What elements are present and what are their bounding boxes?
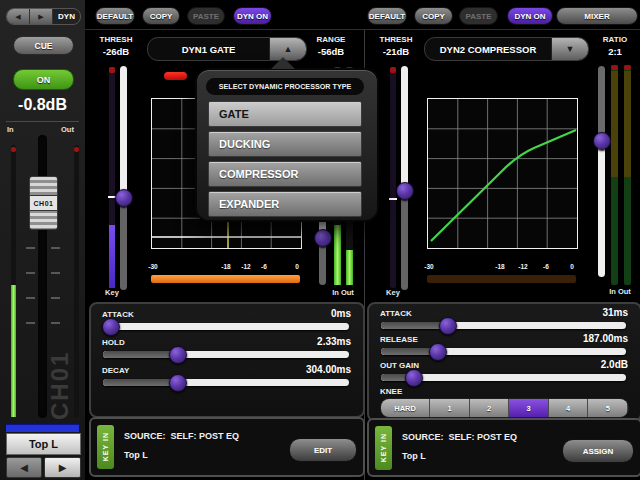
keyin-edit-button[interactable]: EDIT xyxy=(289,438,357,462)
decay-knob[interactable] xyxy=(169,374,187,392)
mixer-button[interactable]: MIXER xyxy=(556,7,638,25)
dyn2-on-button[interactable]: DYN ON xyxy=(507,7,553,25)
release-value: 187.00ms xyxy=(583,333,628,344)
dyn1-tick: -18 xyxy=(215,263,237,270)
hold-slider[interactable] xyxy=(103,351,349,358)
attack-slider[interactable] xyxy=(103,323,349,330)
dyn2-type-selector[interactable]: DYN2 COMPRESSOR ▼ xyxy=(424,37,589,61)
dyn2-type-label: DYN2 COMPRESSOR xyxy=(425,38,551,60)
dyn2-selector-down-icon[interactable]: ▼ xyxy=(551,38,588,60)
attack-knob[interactable] xyxy=(439,317,457,335)
gate-status-led xyxy=(164,72,187,80)
dyn2-ratio-value: 2:1 xyxy=(592,46,638,57)
attack-value: 0ms xyxy=(331,308,351,319)
keyin-assign-button[interactable]: ASSIGN xyxy=(562,439,634,463)
clip-led xyxy=(624,65,631,70)
popup-caret xyxy=(271,57,295,69)
dyn1-threshold-slider[interactable] xyxy=(120,66,127,290)
channel-fader-handle[interactable]: CH01 xyxy=(29,176,58,230)
fader-tick xyxy=(26,322,35,324)
dyn1-key-meter xyxy=(109,67,115,288)
prev-channel-icon[interactable]: ◀ xyxy=(7,9,30,24)
dyn1-keyin-channel: Top L xyxy=(124,450,148,460)
dyn2-tick: -30 xyxy=(418,263,440,270)
dyn2-key-label: Key xyxy=(379,288,407,297)
popup-option-expander[interactable]: EXPANDER xyxy=(208,191,362,217)
dyn2-in-meter xyxy=(611,65,618,285)
next-channel-button[interactable]: ▶ xyxy=(44,457,81,478)
dyn2-keyin-source: SOURCE: SELF: POST EQ xyxy=(402,432,517,442)
dyn2-out-meter xyxy=(624,65,631,285)
dyn2-tick: -6 xyxy=(535,263,557,270)
release-knob[interactable] xyxy=(429,343,447,361)
outgain-knob[interactable] xyxy=(405,369,423,387)
compressor-curve xyxy=(431,130,576,241)
dyn2-gr-meter xyxy=(427,275,576,283)
dyn1-params-panel: ATTACK 0ms HOLD 2.33ms DECAY 304.00ms xyxy=(89,302,365,418)
dyn2-ratio-label: RATIO xyxy=(592,35,638,44)
dyn2-default-button[interactable]: DEFAULT xyxy=(367,7,407,25)
outgain-value: 2.0dB xyxy=(601,359,628,370)
dyn2-copy-button[interactable]: COPY xyxy=(414,7,453,25)
decay-slider[interactable] xyxy=(103,379,349,386)
dyn1-keyin-tab: KEY IN xyxy=(97,425,114,469)
channel-watermark: CH01 xyxy=(46,295,80,420)
dyn1-paste-button[interactable]: PASTE xyxy=(187,7,225,25)
dyn1-tick: -30 xyxy=(142,263,164,270)
knee-4-button[interactable]: 4 xyxy=(549,399,589,417)
dyn2-tick: -12 xyxy=(512,263,534,270)
hold-knob[interactable] xyxy=(169,346,187,364)
channel-name-box: Top L xyxy=(6,433,81,455)
dyn2-keyin-panel: KEY IN SOURCE: SELF: POST EQ Top L ASSIG… xyxy=(367,418,640,477)
release-slider[interactable] xyxy=(381,348,626,355)
dyn1-keyin-panel: KEY IN SOURCE: SELF: POST EQ Top L EDIT xyxy=(89,417,365,477)
next-channel-icon[interactable]: ▶ xyxy=(30,9,53,24)
dyn2-out-meter-upper xyxy=(624,71,631,177)
dyn2-threshold-marker xyxy=(389,198,397,200)
dyn2-ratio-knob[interactable] xyxy=(593,132,611,150)
dyn1-range-knob[interactable] xyxy=(314,229,332,247)
dyn1-inout-label: In Out xyxy=(327,288,359,297)
dyn2-threshold-slider[interactable] xyxy=(401,66,408,290)
clip-led xyxy=(11,147,16,152)
channel-color-bar xyxy=(6,424,79,432)
attack-knob[interactable] xyxy=(102,318,120,336)
knee-selector: HARD 1 2 3 4 5 xyxy=(380,398,629,418)
dyn2-keyin-channel: Top L xyxy=(402,451,426,461)
left-arrow-icon: ◀ xyxy=(20,462,28,473)
dyn2-in-meter-upper xyxy=(611,71,618,177)
knee-5-button[interactable]: 5 xyxy=(588,399,628,417)
channel-strip-sidebar: ◀ ▶ DYN CUE ON -0.8dB In Out CH01 CH01 T… xyxy=(0,0,86,480)
prev-channel-button[interactable]: ◀ xyxy=(6,457,42,478)
in-meter-label: In xyxy=(7,125,14,134)
dyn2-threshold-knob[interactable] xyxy=(396,182,414,200)
dyn1-in-meter-fill xyxy=(334,225,341,285)
out-meter-label: Out xyxy=(61,125,74,134)
dyn2-ratio-slider[interactable] xyxy=(598,66,605,277)
popup-option-compressor[interactable]: COMPRESSOR xyxy=(208,161,362,187)
dyn1-default-button[interactable]: DEFAULT xyxy=(95,7,135,25)
knee-hard-button[interactable]: HARD xyxy=(381,399,430,417)
knee-1-button[interactable]: 1 xyxy=(430,399,470,417)
dyn2-thresh-label: THRESH xyxy=(372,35,420,44)
dyn1-tick: -6 xyxy=(253,263,275,270)
dyn1-copy-button[interactable]: COPY xyxy=(142,7,180,25)
fader-tick xyxy=(26,272,35,274)
dyn1-range-label: RANGE xyxy=(306,35,356,44)
dyn1-out-meter-fill xyxy=(346,250,353,285)
popup-option-gate[interactable]: GATE xyxy=(208,101,362,127)
on-button[interactable]: ON xyxy=(13,69,74,90)
divider xyxy=(85,29,640,30)
knee-3-button[interactable]: 3 xyxy=(509,399,549,417)
popup-option-ducking[interactable]: DUCKING xyxy=(208,131,362,157)
outgain-slider[interactable] xyxy=(381,374,626,381)
dyn2-paste-button[interactable]: PASTE xyxy=(459,7,498,25)
knee-2-button[interactable]: 2 xyxy=(470,399,510,417)
dyn2-tick: 0 xyxy=(561,263,583,270)
cue-button[interactable]: CUE xyxy=(13,36,74,55)
dyn1-on-button[interactable]: DYN ON xyxy=(233,7,272,25)
attack-slider[interactable] xyxy=(381,322,626,329)
dyn1-threshold-knob[interactable] xyxy=(115,189,133,207)
clip-led xyxy=(74,147,79,152)
dyn2-keyin-tab: KEY IN xyxy=(375,426,392,470)
